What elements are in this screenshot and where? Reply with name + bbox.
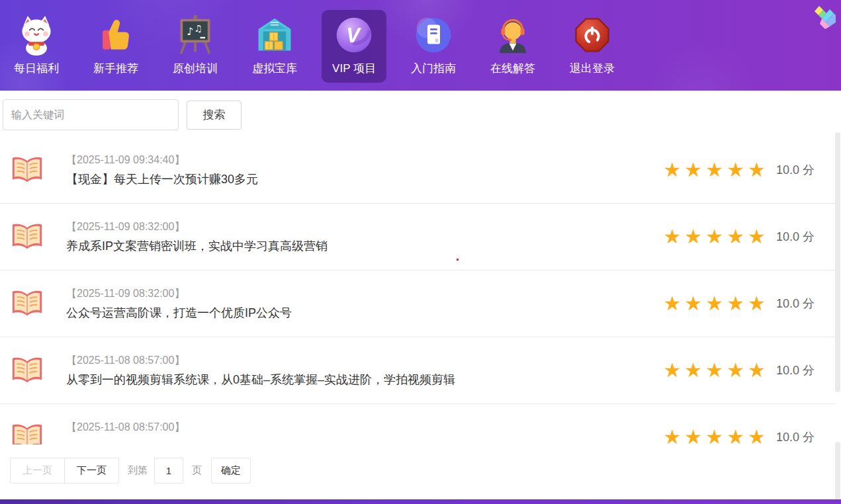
- list-item[interactable]: 【2025-11-08 08:57:00】 ★ ★ ★ ★ ★ 10.0 分: [0, 404, 835, 444]
- prev-page-button[interactable]: 上一页: [10, 458, 65, 483]
- item-text: 【2025-11-09 08:32:00】 养成系IP文案营销密训班，实战中学习…: [66, 220, 663, 254]
- confirm-page-button[interactable]: 确定: [211, 458, 251, 483]
- item-text: 【2025-11-09 09:34:40】 【现金】每天上传一次预计赚30多元: [66, 153, 663, 187]
- item-timestamp: 【2025-11-09 09:34:40】: [66, 153, 663, 167]
- star-icon: ★: [727, 160, 744, 180]
- nav-item-online-answers[interactable]: 在线解答: [480, 10, 545, 83]
- goto-page-suffix-label: 页: [192, 464, 202, 477]
- footer-bar: [0, 499, 841, 504]
- power-logout-icon: [571, 14, 613, 56]
- list-item[interactable]: 【2025-11-09 08:32:00】 养成系IP文案营销密训班，实战中学习…: [0, 204, 835, 271]
- brand-logo-icon: [814, 4, 836, 29]
- nav-label: 虚拟宝库: [252, 61, 297, 76]
- star-icon: ★: [705, 160, 723, 180]
- star-icon: ★: [727, 360, 744, 380]
- list-item[interactable]: 【2025-11-09 09:34:40】 【现金】每天上传一次预计赚30多元 …: [0, 137, 835, 204]
- svg-text:♫: ♫: [194, 23, 202, 34]
- list-item[interactable]: 【2025-11-09 08:32:00】 公众号运营高阶课，打造一个优质IP公…: [0, 271, 835, 337]
- star-icon: ★: [684, 160, 702, 180]
- star-icon: ★: [705, 360, 723, 380]
- item-text: 【2025-11-09 08:32:00】 公众号运营高阶课，打造一个优质IP公…: [66, 287, 663, 321]
- list-item[interactable]: 【2025-11-08 08:57:00】 从零到一的视频剪辑系统课，从0基础–…: [0, 337, 835, 404]
- star-icon: ★: [727, 227, 744, 247]
- scrollbar-thumb[interactable]: [835, 132, 840, 392]
- star-icon: ★: [663, 160, 681, 180]
- scrollbar-thumb[interactable]: [835, 442, 840, 501]
- star-icon: ★: [663, 294, 681, 314]
- star-icon: ★: [727, 427, 744, 444]
- star-icon: ★: [748, 160, 766, 180]
- star-icon: ★: [748, 227, 766, 247]
- star-icon: ★: [684, 294, 702, 314]
- star-icon: ★: [705, 294, 723, 314]
- goto-page-prefix-label: 到第: [128, 464, 148, 477]
- page: 每日福利 新手推荐: [0, 0, 841, 504]
- thumbs-up-icon: [95, 14, 137, 56]
- item-score: 10.0 分: [776, 429, 815, 444]
- item-text: 【2025-11-08 08:57:00】: [66, 421, 663, 445]
- nav-item-original-training[interactable]: ♪ ♫ 原创培训: [163, 10, 228, 83]
- lucky-cat-icon: [15, 14, 58, 56]
- blackboard-icon: ♪ ♫: [174, 14, 216, 56]
- star-icon: ★: [684, 427, 702, 444]
- star-icon: ★: [684, 227, 702, 247]
- item-rating: ★ ★ ★ ★ ★ 10.0 分: [663, 294, 815, 314]
- open-book-icon: [11, 221, 44, 253]
- star-icon: ★: [748, 427, 766, 444]
- svg-text:V: V: [346, 24, 361, 47]
- page-number-input[interactable]: [154, 458, 183, 483]
- open-book-icon: [11, 288, 44, 319]
- next-page-button[interactable]: 下一页: [64, 458, 119, 483]
- nav-item-beginner-guide[interactable]: 入门指南: [401, 10, 466, 83]
- search-bar: 搜索: [3, 99, 242, 130]
- item-title: [66, 439, 663, 445]
- customer-service-icon: [492, 14, 534, 56]
- star-icon: ★: [663, 227, 681, 247]
- open-book-icon: [11, 154, 44, 186]
- svg-text:♪: ♪: [187, 25, 193, 38]
- star-icon: ★: [705, 427, 723, 444]
- open-book-icon: [11, 355, 44, 386]
- nav-label: 入门指南: [411, 61, 456, 76]
- item-rating: ★ ★ ★ ★ ★ 10.0 分: [663, 227, 815, 247]
- item-rating: ★ ★ ★ ★ ★ 10.0 分: [663, 360, 815, 380]
- top-navigation-bar: 每日福利 新手推荐: [0, 0, 841, 91]
- star-icon: ★: [727, 294, 744, 314]
- search-input[interactable]: [3, 99, 179, 130]
- item-rating: ★ ★ ★ ★ ★ 10.0 分: [663, 427, 815, 444]
- item-text: 【2025-11-08 08:57:00】 从零到一的视频剪辑系统课，从0基础–…: [66, 354, 663, 388]
- star-icon: ★: [748, 360, 766, 380]
- item-timestamp: 【2025-11-08 08:57:00】: [66, 354, 663, 367]
- item-score: 10.0 分: [776, 162, 815, 178]
- nav-label: 在线解答: [490, 61, 535, 76]
- item-title: 【现金】每天上传一次预计赚30多元: [66, 171, 663, 187]
- nav-item-daily-benefits[interactable]: 每日福利: [4, 10, 69, 83]
- item-score: 10.0 分: [776, 296, 815, 312]
- star-icon: ★: [663, 427, 681, 444]
- item-timestamp: 【2025-11-09 08:32:00】: [66, 287, 663, 300]
- course-list: 【2025-11-09 09:34:40】 【现金】每天上传一次预计赚30多元 …: [0, 137, 835, 444]
- open-book-icon: [11, 421, 44, 444]
- main-nav: 每日福利 新手推荐: [4, 10, 625, 83]
- vip-badge-icon: V: [333, 14, 375, 56]
- pagination: 上一页 下一页 到第 页 确定: [10, 458, 251, 483]
- item-title: 公众号运营高阶课，打造一个优质IP公众号: [66, 305, 663, 321]
- warehouse-icon: [253, 14, 296, 56]
- nav-item-newbie-recommend[interactable]: 新手推荐: [83, 10, 148, 83]
- star-icon: ★: [684, 360, 702, 380]
- nav-item-logout[interactable]: 退出登录: [560, 10, 625, 83]
- nav-label: 新手推荐: [93, 61, 138, 76]
- item-timestamp: 【2025-11-09 08:32:00】: [66, 220, 663, 233]
- nav-item-vip-projects[interactable]: V VIP 项目: [322, 10, 386, 83]
- nav-label: 原创培训: [173, 61, 218, 76]
- nav-item-virtual-treasury[interactable]: 虚拟宝库: [242, 10, 307, 83]
- item-score: 10.0 分: [776, 362, 815, 378]
- guide-document-icon: [412, 14, 455, 56]
- search-button[interactable]: 搜索: [187, 101, 242, 130]
- red-dot-artifact: [457, 259, 459, 261]
- item-timestamp: 【2025-11-08 08:57:00】: [66, 421, 663, 434]
- nav-label: 退出登录: [570, 61, 615, 76]
- star-icon: ★: [748, 294, 766, 314]
- nav-label: 每日福利: [14, 61, 59, 76]
- nav-label: VIP 项目: [332, 61, 376, 76]
